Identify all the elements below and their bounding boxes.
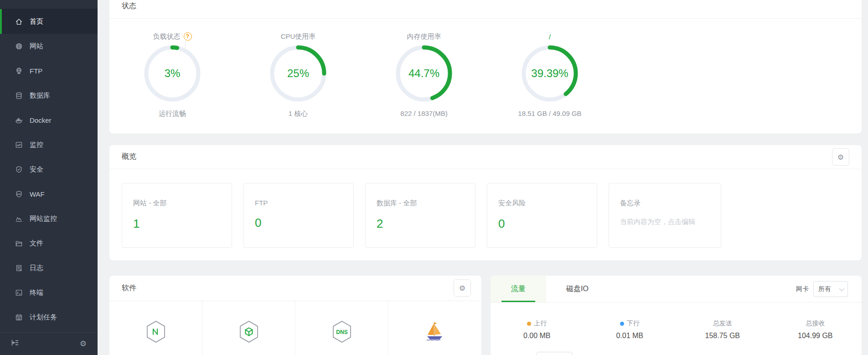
software-panel: 软件 ⚙ DNS [109, 276, 481, 355]
overview-card-value: 0 [255, 216, 342, 230]
sidebar-item-terminal[interactable]: 终端 [0, 280, 98, 305]
sidebar-item-website[interactable]: 网站 [0, 34, 98, 58]
nic-label: 网卡 [796, 276, 809, 303]
overview-settings-gear-icon[interactable]: ⚙ [832, 148, 849, 166]
sidebar-item-label: 数据库 [30, 91, 50, 100]
terminal-icon [15, 289, 23, 297]
sidebar: 首页 网站 FTP 数据库 Docker 监控 安全 WAF WA [0, 0, 98, 355]
sidebar-item-label: 安全 [30, 165, 43, 174]
stat-downstream-value: 0.01 MB [584, 332, 677, 340]
stat-total-received-value: 104.99 GB [769, 332, 862, 340]
gauge-cpu-ring: 25% [269, 45, 327, 102]
gauge-cpu-label: CPU使用率 [235, 32, 361, 41]
status-title: 状态 [122, 1, 136, 11]
overview-card-websites[interactable]: 网站 - 全部 1 [122, 183, 232, 248]
software-app-dns[interactable]: DNS [295, 301, 388, 355]
overview-card-security-risk[interactable]: 安全风险 0 [487, 183, 597, 248]
gauge-cpu-sub: 1 核心 [235, 110, 361, 118]
gauges-row: 负载状态 ? 3% 运行流畅 CPU使用率 [109, 32, 862, 118]
database-icon [15, 92, 23, 99]
software-app-nginx[interactable] [109, 301, 202, 355]
gauge-disk-root: / 39.39% 18.51 GB / 49.09 GB [487, 32, 613, 118]
stat-downstream: 下行 0.01 MB [584, 319, 677, 340]
software-apps-row: DNS [109, 301, 481, 355]
sidebar-item-label: 网站监控 [30, 214, 57, 223]
gauge-disk-value: 39.39% [521, 45, 579, 102]
svg-text:WAF: WAF [17, 193, 21, 195]
sailboat-icon [424, 320, 445, 343]
traffic-stats-row: 上行 0.00 MB 下行 0.01 MB 总发送 158.75 GB 总接收 … [491, 319, 862, 340]
shield-waf-icon: WAF [15, 190, 23, 198]
gauge-load-ring: 3% [144, 45, 201, 102]
sidebar-item-cron[interactable]: 计划任务 [0, 305, 98, 329]
gauge-load-label: 负载状态 ? [109, 32, 235, 41]
nginx-hexagon-icon [145, 320, 166, 343]
sidebar-item-site-monitor[interactable]: 网站监控 [0, 206, 98, 231]
dns-hexagon-icon: DNS [331, 320, 352, 343]
gauge-cpu: CPU使用率 25% 1 核心 [235, 32, 361, 118]
gauge-cpu-value: 25% [269, 45, 327, 102]
sidebar-item-home[interactable]: 首页 [0, 9, 98, 34]
overview-card-label: 备忘录 [620, 199, 710, 208]
collapse-sidebar-icon[interactable] [11, 339, 19, 349]
overview-card-value: 2 [377, 217, 464, 231]
gauge-load-sub: 运行流畅 [109, 110, 235, 118]
overview-card-databases[interactable]: 数据库 - 全部 2 [365, 183, 475, 248]
sidebar-top-strip [0, 0, 98, 9]
tab-disk-io[interactable]: 磁盘IO [553, 276, 601, 302]
svg-text:DNS: DNS [336, 329, 347, 335]
gauge-memory-value: 44.7% [395, 45, 453, 102]
sidebar-item-label: 终端 [30, 288, 43, 297]
software-settings-gear-icon[interactable]: ⚙ [454, 279, 471, 297]
calendar-icon [15, 313, 23, 321]
stat-upstream: 上行 0.00 MB [491, 319, 584, 340]
sidebar-item-label: 网站 [30, 42, 43, 51]
tab-traffic[interactable]: 流量 [491, 276, 546, 302]
sidebar-item-security[interactable]: 安全 [0, 157, 98, 182]
nic-select-dropdown[interactable]: 所有 [813, 281, 848, 297]
sidebar-item-label: FTP [30, 67, 42, 75]
chevron-down-icon [839, 286, 844, 291]
overview-card-ftp[interactable]: FTP 0 [243, 183, 354, 248]
time-range-button-partial[interactable] [536, 352, 573, 355]
sidebar-item-waf[interactable]: WAF WAF [0, 182, 98, 206]
active-tab-underline [501, 301, 535, 302]
overview-card-value: 0 [498, 217, 586, 231]
stat-total-sent: 总发送 158.75 GB [676, 319, 769, 340]
sidebar-item-files[interactable]: 文件 [0, 231, 98, 256]
sidebar-item-label: 首页 [30, 17, 43, 26]
settings-gear-icon[interactable]: ⚙ [80, 339, 87, 349]
sidebar-item-label: 监控 [30, 141, 43, 149]
sidebar-bottom-bar: ⚙ [0, 332, 98, 355]
ftp-globe-icon [15, 67, 23, 75]
sidebar-item-logs[interactable]: 日志 [0, 256, 98, 280]
gauge-memory-sub: 822 / 1837(MB) [361, 110, 487, 117]
monitor-chart-icon [15, 141, 23, 149]
overview-panel: 概览 ⚙ 网站 - 全部 1 FTP 0 数据库 - 全部 2 安全风险 0 备… [109, 145, 862, 261]
gauge-disk-ring: 39.39% [521, 45, 579, 102]
sidebar-item-database[interactable]: 数据库 [0, 83, 98, 108]
overview-title: 概览 [122, 152, 136, 162]
site-monitor-pulse-icon [15, 215, 23, 223]
globe-icon [15, 42, 23, 50]
overview-cards-row: 网站 - 全部 1 FTP 0 数据库 - 全部 2 安全风险 0 备忘录 当前… [122, 183, 721, 248]
divider [109, 18, 862, 19]
package-cube-hexagon-icon [238, 320, 259, 343]
gauge-load: 负载状态 ? 3% 运行流畅 [109, 32, 235, 118]
gauge-disk-sub: 18.51 GB / 49.09 GB [487, 110, 613, 117]
traffic-panel: 流量 磁盘IO 网卡 所有 上行 0.00 MB 下行 0.01 MB [491, 276, 862, 355]
sidebar-item-label: 日志 [30, 264, 43, 272]
status-panel: 状态 负载状态 ? 3% 运行流畅 CPU使用率 [109, 0, 862, 134]
software-app-sailboat[interactable] [388, 301, 481, 355]
software-title: 软件 [122, 283, 136, 293]
stat-total-received: 总接收 104.99 GB [769, 319, 862, 340]
sidebar-item-label: 文件 [30, 239, 43, 248]
gauge-disk-label: / [487, 32, 613, 41]
overview-card-memo[interactable]: 备忘录 当前内容为空，点击编辑 [609, 183, 721, 248]
gauge-load-value: 3% [144, 45, 201, 102]
log-document-icon [15, 264, 23, 272]
sidebar-item-monitor[interactable]: 监控 [0, 132, 98, 157]
sidebar-item-docker[interactable]: Docker [0, 108, 98, 132]
software-app-package[interactable] [202, 301, 295, 355]
sidebar-item-ftp[interactable]: FTP [0, 58, 98, 83]
